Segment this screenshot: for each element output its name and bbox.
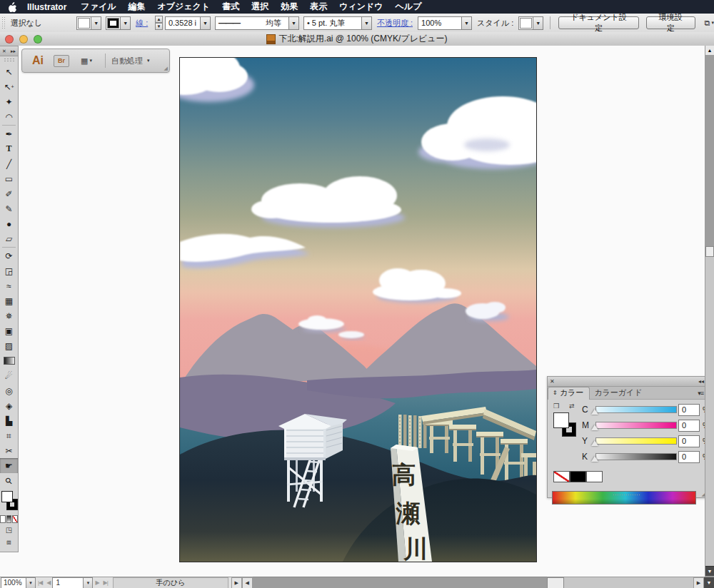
- hand-tool[interactable]: ☛: [0, 458, 18, 473]
- warp-tool[interactable]: ≈: [0, 278, 18, 293]
- menu-effect[interactable]: 効果: [281, 1, 298, 13]
- brush-combo[interactable]: • 5 pt. 丸筆 ▼: [303, 16, 372, 30]
- none-swatch[interactable]: [553, 471, 570, 482]
- status-expand-button[interactable]: ▶: [231, 577, 242, 588]
- window-corner-button[interactable]: ▼: [704, 577, 714, 588]
- color-spectrum-bar[interactable]: [552, 491, 696, 505]
- black-swatch[interactable]: [570, 471, 586, 482]
- magic-wand-tool[interactable]: ✦: [0, 94, 18, 109]
- stroke-profile-value[interactable]: 均等: [263, 18, 288, 29]
- vertical-scroll-thumb[interactable]: [705, 246, 714, 257]
- automation-menu[interactable]: 自動処理 ▾: [111, 56, 150, 66]
- menu-window[interactable]: ウィンドウ: [339, 1, 383, 13]
- rectangle-tool[interactable]: ▭: [0, 171, 18, 186]
- stroke-profile-dropdown-icon[interactable]: ▼: [288, 17, 298, 29]
- last-page-button[interactable]: ▶|: [104, 579, 108, 586]
- menu-select[interactable]: 選択: [251, 1, 268, 13]
- panel-grip-dots[interactable]: [613, 494, 641, 497]
- menu-type[interactable]: 書式: [222, 1, 239, 13]
- gradient-mode-button[interactable]: [6, 515, 12, 523]
- default-swatches-icon[interactable]: ❒: [553, 402, 559, 410]
- mesh-tool[interactable]: ▨: [0, 338, 18, 353]
- line-segment-tool[interactable]: ╱: [0, 156, 18, 171]
- type-tool[interactable]: T: [0, 141, 18, 156]
- paintbrush-tool[interactable]: ✐: [0, 186, 18, 201]
- fill-color-combo[interactable]: ▼: [76, 16, 101, 30]
- symbol-sprayer-tool[interactable]: ✵: [0, 308, 18, 323]
- magenta-slider[interactable]: [595, 422, 677, 429]
- page-number-field[interactable]: 1: [52, 577, 84, 588]
- style-combo[interactable]: ▼: [518, 16, 543, 30]
- workspace-dropdown-icon[interactable]: ▾: [711, 20, 714, 26]
- black-value-input[interactable]: 0: [678, 451, 700, 463]
- gradient-tool[interactable]: [0, 353, 18, 368]
- menu-app-name[interactable]: Illustrator: [27, 2, 66, 12]
- zoom-tool[interactable]: ⚲: [0, 473, 18, 488]
- stroke-weight-dropdown-icon[interactable]: ▼: [200, 17, 210, 29]
- palette-close-icon[interactable]: ✕: [2, 49, 6, 54]
- fill-stroke-mini[interactable]: ❒ ⇄: [553, 404, 579, 435]
- stroke-profile-combo[interactable]: ——— 均等 ▼: [215, 16, 299, 30]
- pencil-tool[interactable]: ✎: [0, 201, 18, 216]
- page-dropdown-icon[interactable]: ▼: [84, 577, 93, 588]
- opacity-value[interactable]: 100%: [418, 18, 461, 29]
- menu-view[interactable]: 表示: [310, 1, 327, 13]
- next-page-button[interactable]: ▶: [95, 579, 99, 586]
- panel-menu-icon[interactable]: ▾≡: [698, 390, 703, 397]
- yellow-value-input[interactable]: 0: [678, 435, 700, 447]
- color-panel-close-icon[interactable]: ✕: [550, 378, 555, 385]
- document-setup-button[interactable]: ドキュメント設定: [558, 16, 639, 29]
- first-page-button[interactable]: |◀: [38, 579, 42, 586]
- stroke-swatch[interactable]: [107, 18, 119, 29]
- horizontal-scrollbar[interactable]: ◀ ▶: [242, 577, 704, 588]
- eraser-tool[interactable]: ▱: [0, 231, 18, 246]
- horizontal-scroll-track-left[interactable]: [253, 577, 547, 588]
- artboard-canvas[interactable]: 高 瀬 川: [179, 57, 537, 562]
- column-graph-tool[interactable]: ▙: [0, 413, 18, 428]
- menu-edit[interactable]: 編集: [128, 1, 145, 13]
- scroll-right-button[interactable]: ▶: [693, 577, 704, 588]
- scroll-up-button[interactable]: ▲: [705, 46, 714, 56]
- lasso-tool[interactable]: ◠: [0, 109, 18, 124]
- tab-color-guide[interactable]: カラーガイド: [590, 387, 648, 399]
- vertical-scroll-track-upper[interactable]: [705, 55, 714, 246]
- horizontal-scroll-thumb[interactable]: [547, 577, 564, 588]
- fill-dropdown-icon[interactable]: ▼: [91, 17, 101, 29]
- tab-color[interactable]: ⇕ カラー: [548, 387, 590, 400]
- fill-proxy-swatch[interactable]: [1, 491, 13, 502]
- scroll-left-button[interactable]: ◀: [242, 577, 253, 588]
- preferences-button[interactable]: 環境設定: [646, 16, 695, 29]
- prev-page-button[interactable]: ◀: [46, 579, 50, 586]
- stepper-down-icon[interactable]: ▼: [155, 23, 163, 30]
- stepper-up-icon[interactable]: ▲: [155, 16, 163, 23]
- rotate-tool[interactable]: ⟳: [0, 248, 18, 263]
- cyan-slider[interactable]: [595, 406, 677, 413]
- zoom-level-field[interactable]: 100%: [1, 577, 26, 588]
- white-swatch[interactable]: [586, 471, 603, 482]
- yellow-slider[interactable]: [595, 437, 677, 445]
- brush-dropdown-icon[interactable]: ▼: [361, 17, 371, 29]
- color-mode-button[interactable]: [0, 515, 6, 523]
- none-mode-button[interactable]: [12, 515, 18, 523]
- black-slider[interactable]: [595, 453, 677, 460]
- tool-palette-header[interactable]: ✕ ▸▸: [0, 46, 18, 56]
- selection-tool[interactable]: ↖: [0, 64, 18, 79]
- menu-file[interactable]: ファイル: [81, 1, 116, 13]
- document-title-bar[interactable]: 下北:解説用.ai @ 100% (CMYK/プレビュー): [0, 32, 714, 46]
- fill-stroke-widget[interactable]: [0, 490, 18, 514]
- palette-grip[interactable]: [4, 58, 14, 63]
- scale-tool[interactable]: ◲: [0, 263, 18, 278]
- slice-tool[interactable]: ✂: [0, 443, 18, 458]
- fill-swatch[interactable]: [78, 18, 90, 29]
- opacity-combo[interactable]: 100% ▼: [418, 16, 472, 30]
- color-panel-header[interactable]: ✕ ◂◂: [548, 377, 706, 387]
- direct-selection-tool[interactable]: ↖+: [0, 79, 18, 94]
- status-tool-display[interactable]: 手のひら: [113, 577, 228, 588]
- control-bar-grip[interactable]: [1, 16, 5, 29]
- style-dropdown-icon[interactable]: ▼: [533, 17, 543, 29]
- magenta-value-input[interactable]: 0: [678, 420, 700, 432]
- menu-object[interactable]: オブジェクト: [157, 1, 210, 13]
- layout-switch-button[interactable]: ▦ ▾: [81, 56, 92, 66]
- stroke-weight-stepper[interactable]: ▲ ▼: [155, 16, 163, 30]
- bridge-button[interactable]: Br: [54, 55, 69, 67]
